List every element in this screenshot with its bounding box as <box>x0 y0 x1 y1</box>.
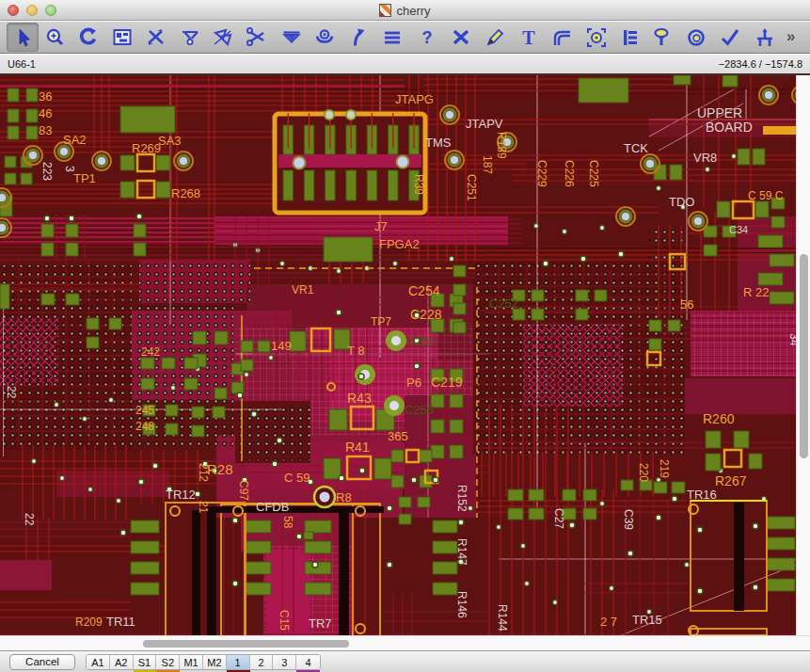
svg-text:C252: C252 <box>489 296 518 311</box>
svg-text:C228: C228 <box>410 307 442 322</box>
svg-text:R39: R39 <box>412 174 425 195</box>
svg-text:212: 212 <box>197 463 210 482</box>
svg-text:R269: R269 <box>132 141 161 155</box>
svg-text:149: 149 <box>271 339 292 353</box>
svg-text:187: 187 <box>481 155 494 174</box>
svg-text:365: 365 <box>388 429 408 443</box>
svg-text:VR1: VR1 <box>292 283 314 296</box>
svg-text:FPGA2: FPGA2 <box>379 237 420 251</box>
svg-text:TR15: TR15 <box>632 613 662 627</box>
svg-text:R28: R28 <box>207 461 233 477</box>
svg-text:CFDB: CFDB <box>256 500 289 514</box>
svg-text:R43: R43 <box>347 391 372 406</box>
svg-text:TP1: TP1 <box>73 171 96 185</box>
svg-text:R268: R268 <box>171 186 200 200</box>
svg-text:J7: J7 <box>374 219 388 233</box>
svg-text:248: 248 <box>135 420 154 433</box>
svg-text:R260: R260 <box>703 411 735 426</box>
svg-text:58: 58 <box>281 516 294 529</box>
svg-text:22: 22 <box>5 386 18 399</box>
svg-text:R147: R147 <box>455 538 469 566</box>
svg-text:36: 36 <box>39 89 52 104</box>
svg-text:C 59: C 59 <box>284 471 310 485</box>
svg-text:21: 21 <box>197 501 210 514</box>
svg-text:223: 223 <box>40 162 54 181</box>
svg-text:?: ? <box>421 28 432 47</box>
svg-text:R 22: R 22 <box>743 285 769 299</box>
svg-text:C27: C27 <box>552 508 565 529</box>
svg-text:P6: P6 <box>406 376 421 390</box>
svg-text:TCK: TCK <box>624 141 648 155</box>
svg-text:2 7: 2 7 <box>600 615 617 629</box>
svg-text:34: 34 <box>787 333 796 346</box>
svg-text:R152: R152 <box>455 485 469 512</box>
svg-text:C254: C254 <box>408 283 440 298</box>
svg-text:T 8: T 8 <box>347 344 365 358</box>
svg-text:C225: C225 <box>587 160 600 187</box>
svg-text:83: 83 <box>39 123 52 137</box>
svg-text:C229: C229 <box>535 160 548 187</box>
svg-text:SA3: SA3 <box>158 134 182 148</box>
svg-text:SA2: SA2 <box>63 133 87 147</box>
svg-text:C15: C15 <box>278 610 291 631</box>
svg-text:C219: C219 <box>431 375 463 390</box>
svg-text:R189: R189 <box>495 132 508 159</box>
svg-text:BOARD: BOARD <box>706 120 753 135</box>
svg-text:TMS: TMS <box>425 136 452 150</box>
svg-text:56: 56 <box>680 297 693 312</box>
svg-text:C253: C253 <box>406 334 436 348</box>
svg-text:220: 220 <box>637 463 650 482</box>
svg-text:TR12: TR12 <box>166 488 196 502</box>
svg-text:C256: C256 <box>405 403 434 417</box>
svg-text:C226: C226 <box>563 160 576 187</box>
svg-text:JTAPG: JTAPG <box>395 92 434 106</box>
svg-text:TR11: TR11 <box>106 615 135 629</box>
svg-text:R267: R267 <box>715 473 747 488</box>
svg-text:242: 242 <box>141 345 160 359</box>
svg-text:R41: R41 <box>345 440 370 455</box>
svg-text:UPPER: UPPER <box>697 105 742 120</box>
svg-text:R8: R8 <box>336 490 352 504</box>
svg-text:R146: R146 <box>455 591 469 618</box>
svg-text:TR16: TR16 <box>687 488 717 502</box>
svg-text:245: 245 <box>135 404 154 417</box>
svg-text:VR8: VR8 <box>693 151 717 165</box>
svg-text:46: 46 <box>39 106 52 120</box>
svg-text:JTAPV: JTAPV <box>466 117 503 131</box>
svg-text:219: 219 <box>658 459 671 478</box>
svg-text:TP7: TP7 <box>371 315 391 328</box>
svg-text:C 59 C: C 59 C <box>748 189 784 202</box>
svg-text:T: T <box>522 27 535 48</box>
svg-text:C251: C251 <box>465 174 478 201</box>
svg-text:R209: R209 <box>75 616 103 629</box>
svg-text:TR7: TR7 <box>309 616 332 631</box>
svg-text:C97: C97 <box>237 480 250 501</box>
svg-text:TDO: TDO <box>669 195 694 209</box>
svg-text:C39: C39 <box>622 509 635 530</box>
svg-text:C34: C34 <box>729 224 748 235</box>
svg-text:22: 22 <box>23 513 36 526</box>
svg-text:R144: R144 <box>496 604 509 632</box>
